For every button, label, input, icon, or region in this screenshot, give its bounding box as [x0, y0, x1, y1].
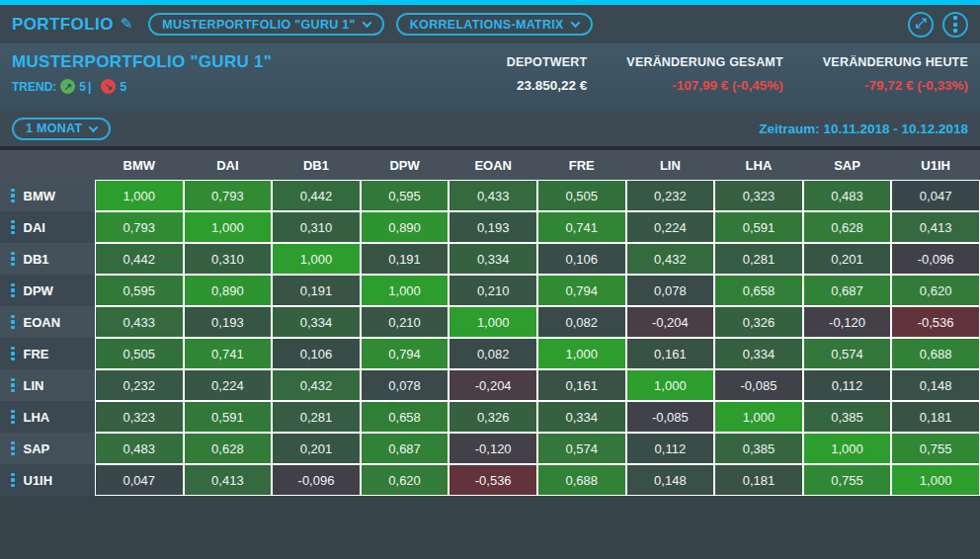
matrix-cell-bmw-bmw: 1,000 — [95, 180, 184, 211]
matrix-cell-dpw-lha: 0,658 — [714, 275, 803, 306]
row-header-label: EOAN — [24, 315, 61, 330]
matrix-cell-db1-u1ih: -0,096 — [891, 243, 980, 275]
matrix-cell-dpw-dpw: 1,000 — [361, 275, 449, 306]
more-options-button[interactable] — [942, 12, 968, 38]
matrix-cell-db1-lin: 0,432 — [626, 243, 715, 275]
matrix-row-fre: FRE0,5050,7410,1060,7940,0821,0000,1610,… — [0, 338, 980, 369]
matrix-cell-dai-u1ih: 0,413 — [891, 211, 980, 243]
matrix-cell-fre-bmw: 0,505 — [95, 338, 184, 369]
matrix-cell-lin-dai: 0,224 — [184, 369, 273, 401]
matrix-cell-db1-eoan: 0,334 — [449, 243, 537, 275]
drag-handle-icon[interactable] — [11, 440, 15, 457]
stat-veraenderung-gesamt: VERÄNDERUNG GESAMT -107,99 € (-0,45%) — [626, 55, 782, 111]
stat-label: VERÄNDERUNG GESAMT — [626, 55, 782, 69]
matrix-cell-sap-dai: 0,628 — [184, 433, 273, 464]
drag-handle-icon[interactable] — [11, 409, 15, 426]
view-dropdown[interactable]: KORRELATIONS-MATRIX — [396, 13, 593, 36]
row-header-dpw: DPW — [0, 275, 95, 306]
matrix-cell-lha-fre: 0,334 — [537, 401, 626, 433]
column-header-lin: LIN — [626, 150, 715, 180]
portfolio-stats: DEPOTWERT 23.850,22 € VERÄNDERUNG GESAMT… — [467, 43, 968, 111]
top-toolbar: PORTFOLIO ✎ MUSTERPORTFOLIO "GURU 1" KOR… — [0, 5, 980, 43]
matrix-cell-fre-sap: 0,574 — [803, 338, 892, 369]
matrix-cell-u1ih-dpw: 0,620 — [361, 464, 449, 496]
fullscreen-button[interactable]: ⤢ — [908, 12, 934, 38]
row-header-sap: SAP — [0, 433, 95, 464]
stat-value: -107,99 € (-0,45%) — [626, 78, 782, 93]
matrix-cell-u1ih-sap: 0,755 — [803, 464, 892, 496]
matrix-cell-sap-fre: 0,574 — [537, 433, 626, 464]
row-header-label: LIN — [24, 378, 44, 393]
stat-veraenderung-heute: VERÄNDERUNG HEUTE -79,72 € (-0,33%) — [823, 55, 968, 111]
portfolio-title: MUSTERPORTFOLIO "GURU 1" — [12, 52, 272, 72]
matrix-cell-lha-sap: 0,385 — [803, 401, 892, 433]
matrix-cell-eoan-fre: 0,082 — [537, 306, 626, 338]
matrix-cell-db1-dpw: 0,191 — [361, 243, 449, 275]
matrix-cell-lha-dpw: 0,658 — [361, 401, 449, 433]
matrix-cell-dai-dai: 1,000 — [184, 211, 273, 243]
app-title: PORTFOLIO — [12, 15, 114, 35]
matrix-cell-eoan-db1: 0,334 — [272, 306, 361, 338]
matrix-header-row: BMWDAIDB1DPWEOANFRELINLHASAPU1IH — [0, 150, 980, 180]
matrix-cell-bmw-db1: 0,442 — [272, 180, 361, 211]
matrix-cell-bmw-sap: 0,483 — [803, 180, 892, 211]
matrix-cell-db1-dai: 0,310 — [184, 243, 273, 275]
row-header-label: U1IH — [24, 473, 53, 488]
stat-value: 23.850,22 € — [507, 78, 588, 93]
matrix-row-dai: DAI0,7931,0000,3100,8900,1930,7410,2240,… — [0, 211, 980, 243]
toolbar-actions: ⤢ — [899, 12, 968, 38]
drag-handle-icon[interactable] — [11, 346, 15, 362]
matrix-cell-lin-dpw: 0,078 — [361, 369, 449, 401]
matrix-cell-fre-lin: 0,161 — [626, 338, 715, 369]
edit-pencil-icon[interactable]: ✎ — [121, 15, 133, 33]
row-header-bmw: BMW — [0, 180, 95, 211]
matrix-cell-lin-eoan: -0,204 — [449, 369, 537, 401]
trend-down-icon: ↘ — [101, 79, 116, 94]
matrix-cell-dai-fre: 0,741 — [537, 211, 626, 243]
matrix-cell-u1ih-lin: 0,148 — [626, 464, 715, 496]
drag-handle-icon[interactable] — [11, 472, 15, 489]
drag-handle-icon[interactable] — [11, 282, 15, 299]
row-header-fre: FRE — [0, 338, 95, 369]
row-header-label: FRE — [24, 347, 49, 361]
matrix-cell-dpw-eoan: 0,210 — [449, 275, 537, 306]
matrix-cell-dai-dpw: 0,890 — [361, 211, 449, 243]
correlation-matrix: BMWDAIDB1DPWEOANFRELINLHASAPU1IHBMW1,000… — [0, 150, 980, 496]
row-header-lha: LHA — [0, 401, 95, 433]
matrix-cell-sap-lin: 0,112 — [626, 433, 715, 464]
matrix-cell-lha-bmw: 0,323 — [95, 401, 184, 433]
matrix-cell-sap-eoan: -0,120 — [449, 433, 537, 464]
matrix-cell-lha-eoan: 0,326 — [449, 401, 537, 433]
matrix-cell-lha-dai: 0,591 — [184, 401, 273, 433]
column-header-sap: SAP — [803, 150, 892, 180]
matrix-cell-fre-lha: 0,334 — [714, 338, 803, 369]
matrix-cell-lin-u1ih: 0,148 — [891, 369, 980, 401]
row-header-dai: DAI — [0, 211, 95, 243]
portfolio-dropdown[interactable]: MUSTERPORTFOLIO "GURU 1" — [148, 13, 383, 36]
matrix-cell-eoan-dai: 0,193 — [184, 306, 273, 338]
matrix-cell-sap-sap: 1,000 — [803, 433, 892, 464]
matrix-cell-eoan-u1ih: -0,536 — [891, 306, 980, 338]
matrix-row-u1ih: U1IH0,0470,413-0,0960,620-0,5360,6880,14… — [0, 464, 980, 496]
period-dropdown[interactable]: 1 MONAT — [12, 118, 111, 140]
row-header-label: DB1 — [24, 252, 49, 267]
matrix-cell-dpw-lin: 0,078 — [626, 275, 715, 306]
drag-handle-icon[interactable] — [11, 188, 15, 204]
matrix-cell-lha-u1ih: 0,181 — [891, 401, 980, 433]
expand-arrows-icon: ⤢ — [915, 15, 926, 32]
matrix-row-sap: SAP0,4830,6280,2010,687-0,1200,5740,1120… — [0, 433, 980, 464]
drag-handle-icon[interactable] — [11, 219, 15, 236]
matrix-cell-eoan-eoan: 1,000 — [449, 306, 537, 338]
stat-value: -79,72 € (-0,33%) — [823, 78, 968, 93]
matrix-cell-dpw-db1: 0,191 — [272, 275, 361, 306]
matrix-cell-db1-lha: 0,281 — [714, 243, 803, 275]
trend-separator: | — [88, 80, 91, 94]
drag-handle-icon[interactable] — [11, 251, 15, 268]
drag-handle-icon[interactable] — [11, 314, 15, 331]
matrix-cell-lha-db1: 0,281 — [272, 401, 361, 433]
drag-handle-icon[interactable] — [11, 377, 15, 394]
matrix-cell-bmw-dai: 0,793 — [184, 180, 273, 211]
matrix-cell-sap-u1ih: 0,755 — [891, 433, 980, 464]
row-header-label: SAP — [24, 441, 50, 456]
matrix-cell-db1-sap: 0,201 — [803, 243, 892, 275]
